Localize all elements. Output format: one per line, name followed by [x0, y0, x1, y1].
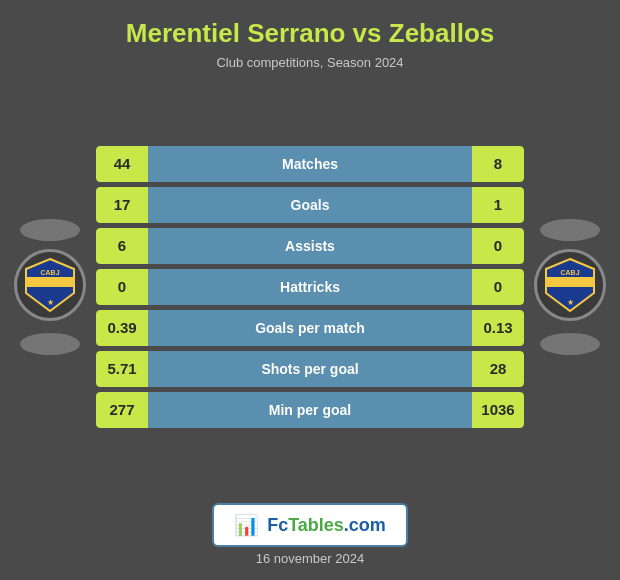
svg-text:CABJ: CABJ — [42, 290, 58, 296]
stat-right-mpg: 1036 — [472, 392, 524, 428]
svg-text:CABJ: CABJ — [40, 269, 59, 276]
left-team-logo: CABJ CABJ ★ — [20, 255, 80, 315]
stat-left-spg: 5.71 — [96, 351, 148, 387]
stat-label-matches: Matches — [148, 146, 472, 182]
svg-text:★: ★ — [567, 298, 574, 307]
stat-label-hattricks: Hattricks — [148, 269, 472, 305]
svg-text:★: ★ — [47, 298, 54, 307]
logo-text: FcTables.com — [267, 515, 386, 536]
page-title: Merentiel Serrano vs Zeballos — [10, 18, 610, 49]
stat-right-goals: 1 — [472, 187, 524, 223]
right-team-logo: CABJ CABJ ★ — [540, 255, 600, 315]
right-panel: CABJ CABJ ★ — [530, 219, 610, 355]
stat-right-gpm: 0.13 — [472, 310, 524, 346]
right-ellipse-top — [540, 219, 600, 241]
stat-label-goals: Goals — [148, 187, 472, 223]
stat-left-matches: 44 — [96, 146, 148, 182]
stat-left-assists: 6 — [96, 228, 148, 264]
left-ellipse-bottom — [20, 333, 80, 355]
stat-left-hattricks: 0 — [96, 269, 148, 305]
svg-text:CABJ: CABJ — [560, 269, 579, 276]
stat-row-spg: 5.71 Shots per goal 28 — [96, 351, 524, 387]
header: Merentiel Serrano vs Zeballos Club compe… — [0, 0, 620, 80]
stats-container: 44 Matches 8 17 Goals 1 6 Assists 0 0 Ha… — [90, 146, 530, 428]
right-badge: CABJ CABJ ★ — [534, 249, 606, 321]
svg-text:CABJ: CABJ — [562, 290, 578, 296]
stat-row-hattricks: 0 Hattricks 0 — [96, 269, 524, 305]
svg-rect-1 — [26, 277, 74, 287]
main-content: CABJ CABJ ★ 44 Matches 8 17 Goals 1 6 As… — [0, 80, 620, 493]
stat-row-mpg: 277 Min per goal 1036 — [96, 392, 524, 428]
stat-left-gpm: 0.39 — [96, 310, 148, 346]
stat-label-mpg: Min per goal — [148, 392, 472, 428]
stat-row-matches: 44 Matches 8 — [96, 146, 524, 182]
stat-row-goals: 17 Goals 1 — [96, 187, 524, 223]
footer-date: 16 november 2024 — [256, 551, 364, 566]
left-ellipse-top — [20, 219, 80, 241]
chart-icon: 📊 — [234, 513, 259, 537]
footer-logo: 📊 FcTables.com — [212, 503, 408, 547]
stat-left-mpg: 277 — [96, 392, 148, 428]
stat-right-matches: 8 — [472, 146, 524, 182]
stat-right-hattricks: 0 — [472, 269, 524, 305]
stat-label-spg: Shots per goal — [148, 351, 472, 387]
stat-label-assists: Assists — [148, 228, 472, 264]
left-badge: CABJ CABJ ★ — [14, 249, 86, 321]
stat-label-gpm: Goals per match — [148, 310, 472, 346]
stat-left-goals: 17 — [96, 187, 148, 223]
stat-row-gpm: 0.39 Goals per match 0.13 — [96, 310, 524, 346]
stat-right-assists: 0 — [472, 228, 524, 264]
right-ellipse-bottom — [540, 333, 600, 355]
stat-right-spg: 28 — [472, 351, 524, 387]
svg-rect-6 — [546, 277, 594, 287]
subtitle: Club competitions, Season 2024 — [10, 55, 610, 70]
left-panel: CABJ CABJ ★ — [10, 219, 90, 355]
stat-row-assists: 6 Assists 0 — [96, 228, 524, 264]
